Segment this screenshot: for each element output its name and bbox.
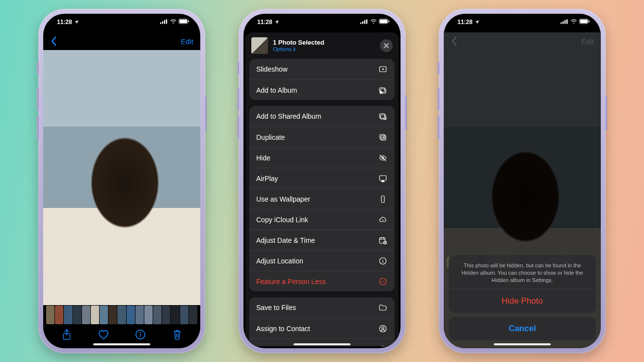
volume-down <box>437 116 439 139</box>
action-hide[interactable]: Hide <box>249 147 395 168</box>
thumbnail[interactable] <box>108 306 117 324</box>
action-duplicate[interactable]: Duplicate <box>249 127 395 147</box>
svg-rect-12 <box>362 21 363 24</box>
phone-icon <box>378 195 388 204</box>
action-add-to-album[interactable]: Add to Album <box>249 79 395 100</box>
thumbnail[interactable] <box>73 306 81 324</box>
location-arrow-icon <box>475 20 480 25</box>
action-slideshow[interactable]: Slideshow <box>249 59 395 79</box>
action-assign-to-contact[interactable]: Assign to Contact <box>249 318 395 338</box>
airplay-icon <box>378 174 388 183</box>
back-button[interactable] <box>50 36 57 46</box>
thumbnail[interactable] <box>117 306 126 324</box>
action-label: Slideshow <box>256 65 288 73</box>
svg-rect-27 <box>380 134 385 139</box>
action-label: Assign to Contact <box>256 325 310 333</box>
notch <box>485 14 559 26</box>
calendar-clock-icon <box>378 236 388 245</box>
action-label: Feature a Person Less <box>256 278 326 285</box>
action-label: Hide <box>256 154 270 162</box>
thumbnail[interactable] <box>135 306 144 324</box>
svg-point-45 <box>573 23 574 24</box>
home-indicator[interactable] <box>93 343 150 345</box>
phone-1: 11:28 Edit <box>38 9 205 353</box>
action-label: Add to Shared Album <box>256 112 321 120</box>
action-group: Add to Shared AlbumDuplicateHideAirPlayU… <box>249 106 395 291</box>
trash-icon[interactable] <box>170 328 184 341</box>
status-time: 11:28 <box>457 19 473 26</box>
cancel-button[interactable]: Cancel <box>449 317 596 340</box>
thumbnail[interactable] <box>162 306 170 324</box>
thumbnail[interactable] <box>127 306 135 324</box>
svg-rect-11 <box>360 22 361 24</box>
svg-rect-23 <box>381 115 386 119</box>
home-indicator[interactable] <box>294 343 350 345</box>
close-icon[interactable] <box>380 39 393 52</box>
thumbnail[interactable] <box>189 306 197 324</box>
svg-rect-6 <box>180 20 187 23</box>
share-sheet-title: 1 Photo Selected <box>273 39 324 46</box>
thumbnail[interactable] <box>153 306 161 324</box>
action-copy-icloud-link[interactable]: Copy iCloud Link <box>249 209 395 230</box>
volume-down <box>237 116 239 139</box>
action-group: SlideshowAdd to Album <box>249 59 395 100</box>
thumbnail[interactable] <box>171 306 179 324</box>
duplicate-icon <box>378 133 388 142</box>
eye-slash-icon <box>378 154 388 162</box>
info-icon[interactable] <box>134 328 147 341</box>
folder-icon <box>378 303 388 312</box>
status-time: 11:28 <box>257 19 272 26</box>
hide-photo-button[interactable]: Hide Photo <box>449 289 596 313</box>
thumbnail[interactable] <box>144 306 153 324</box>
thumbnail[interactable] <box>46 306 54 324</box>
action-adjust-location[interactable]: Adjust Location <box>249 250 395 271</box>
person-circle-icon <box>378 324 388 333</box>
home-indicator[interactable] <box>494 343 551 345</box>
wifi-icon <box>570 19 577 24</box>
thumbnail[interactable] <box>82 306 90 324</box>
action-feature-a-person-less[interactable]: Feature a Person Less <box>249 271 395 291</box>
svg-rect-7 <box>188 20 189 22</box>
svg-rect-14 <box>366 19 367 24</box>
action-airplay[interactable]: AirPlay <box>249 168 395 188</box>
share-sheet-body[interactable]: SlideshowAdd to AlbumAdd to Shared Album… <box>245 59 399 346</box>
heart-icon[interactable] <box>97 328 110 341</box>
hide-action-sheet: This photo will be hidden, but can be fo… <box>449 255 596 340</box>
action-label: Duplicate <box>256 133 285 141</box>
action-use-as-wallpaper[interactable]: Use as Wallpaper <box>249 188 395 209</box>
signal-icon <box>561 19 568 24</box>
svg-rect-0 <box>160 22 161 24</box>
album-add-icon <box>378 86 388 95</box>
thumbnail[interactable] <box>100 306 108 324</box>
svg-rect-48 <box>589 20 590 22</box>
action-adjust-date-time[interactable]: Adjust Date & Time <box>249 230 395 250</box>
svg-rect-39 <box>381 346 384 347</box>
minus-circle-icon <box>378 277 388 286</box>
selected-photo-thumb[interactable] <box>251 37 268 54</box>
photo-content[interactable] <box>43 50 200 305</box>
svg-rect-30 <box>381 196 384 203</box>
thumbnail-strip[interactable] <box>43 305 200 325</box>
share-options-link[interactable]: Options <box>273 46 324 52</box>
svg-point-36 <box>379 325 386 332</box>
action-add-to-shared-album[interactable]: Add to Shared Album <box>249 106 395 127</box>
thumbnail[interactable] <box>180 306 188 324</box>
location-arrow-icon <box>74 20 79 25</box>
edit-button: Edit <box>581 37 594 46</box>
wifi-icon <box>370 19 377 24</box>
shared-album-icon <box>378 112 388 121</box>
mute-switch <box>37 62 39 75</box>
svg-rect-3 <box>166 19 167 24</box>
thumbnail[interactable] <box>64 306 72 324</box>
action-save-to-files[interactable]: Save to Files <box>249 297 395 318</box>
action-label: Use as Wallpaper <box>256 195 310 203</box>
thumbnail[interactable] <box>55 306 63 324</box>
thumbnail[interactable] <box>91 306 99 324</box>
notch <box>85 14 159 26</box>
action-group: Save to FilesAssign to ContactPrint <box>249 297 395 346</box>
mute-switch <box>437 62 439 75</box>
edit-button[interactable]: Edit <box>181 37 193 46</box>
photos-navbar: Edit <box>43 32 200 50</box>
share-icon[interactable] <box>60 328 74 341</box>
notch <box>285 14 359 26</box>
